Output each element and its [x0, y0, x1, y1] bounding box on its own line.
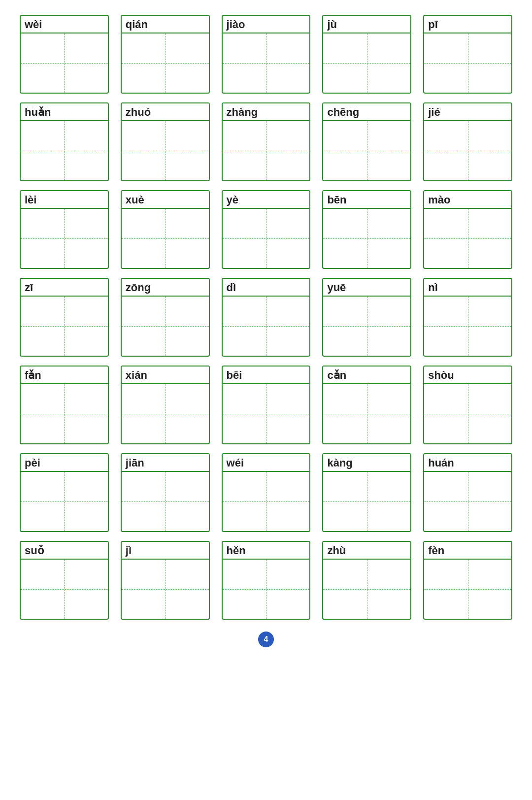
card-label-1: qián — [122, 16, 209, 33]
card-21: xián — [121, 366, 210, 444]
card-label-3: jù — [323, 16, 410, 33]
card-label-14: mào — [424, 191, 511, 209]
card-22: bēi — [222, 366, 311, 444]
card-11: xuè — [121, 190, 210, 269]
card-12: yè — [222, 190, 311, 269]
card-label-17: dì — [223, 279, 310, 297]
card-body-28 — [323, 472, 410, 531]
card-label-29: huán — [424, 454, 511, 472]
card-body-32 — [223, 560, 310, 619]
card-body-12 — [223, 209, 310, 268]
card-8: chēng — [322, 102, 411, 181]
card-body-15 — [21, 297, 108, 356]
card-31: jì — [121, 541, 210, 620]
card-body-13 — [323, 209, 410, 268]
card-body-7 — [223, 121, 310, 180]
card-body-4 — [424, 33, 511, 93]
card-14: mào — [423, 190, 512, 269]
card-6: zhuó — [121, 102, 210, 181]
card-3: jù — [322, 15, 411, 94]
card-body-29 — [424, 472, 511, 531]
card-label-7: zhàng — [223, 103, 310, 121]
card-body-14 — [424, 209, 511, 268]
card-29: huán — [423, 453, 512, 532]
card-label-31: jì — [122, 542, 209, 560]
card-body-0 — [21, 33, 108, 93]
card-label-23: cǎn — [323, 367, 410, 384]
card-2: jiào — [222, 15, 311, 94]
card-body-11 — [122, 209, 209, 268]
card-label-13: bēn — [323, 191, 410, 209]
card-label-2: jiào — [223, 16, 310, 33]
card-label-20: fǎn — [21, 367, 108, 384]
card-label-0: wèi — [21, 16, 108, 33]
card-18: yuē — [322, 278, 411, 357]
card-label-11: xuè — [122, 191, 209, 209]
card-32: hěn — [222, 541, 311, 620]
card-0: wèi — [20, 15, 109, 94]
card-body-5 — [21, 121, 108, 180]
card-body-30 — [21, 560, 108, 619]
card-body-20 — [21, 384, 108, 443]
card-body-8 — [323, 121, 410, 180]
card-label-34: fèn — [424, 542, 511, 560]
card-10: lèi — [20, 190, 109, 269]
card-label-12: yè — [223, 191, 310, 209]
card-15: zī — [20, 278, 109, 357]
card-label-28: kàng — [323, 454, 410, 472]
card-body-26 — [122, 472, 209, 531]
card-9: jié — [423, 102, 512, 181]
card-body-24 — [424, 384, 511, 443]
card-33: zhù — [322, 541, 411, 620]
card-label-22: bēi — [223, 367, 310, 384]
card-body-22 — [223, 384, 310, 443]
page-number-container: 4 — [258, 632, 274, 647]
card-19: nì — [423, 278, 512, 357]
cards-grid: wèiqiánjiàojùpīhuǎnzhuózhàngchēngjiélèix… — [20, 15, 512, 620]
card-label-15: zī — [21, 279, 108, 297]
card-label-30: suǒ — [21, 542, 108, 560]
card-body-23 — [323, 384, 410, 443]
card-body-18 — [323, 297, 410, 356]
card-body-2 — [223, 33, 310, 93]
card-label-10: lèi — [21, 191, 108, 209]
card-body-27 — [223, 472, 310, 531]
card-body-33 — [323, 560, 410, 619]
card-label-25: pèi — [21, 454, 108, 472]
card-label-32: hěn — [223, 542, 310, 560]
card-label-16: zōng — [122, 279, 209, 297]
card-label-18: yuē — [323, 279, 410, 297]
card-label-6: zhuó — [122, 103, 209, 121]
card-24: shòu — [423, 366, 512, 444]
card-body-34 — [424, 560, 511, 619]
card-16: zōng — [121, 278, 210, 357]
card-label-4: pī — [424, 16, 511, 33]
card-body-31 — [122, 560, 209, 619]
page-number: 4 — [258, 632, 274, 647]
card-23: cǎn — [322, 366, 411, 444]
card-label-26: jiān — [122, 454, 209, 472]
card-body-1 — [122, 33, 209, 93]
card-label-9: jié — [424, 103, 511, 121]
card-body-16 — [122, 297, 209, 356]
card-26: jiān — [121, 453, 210, 532]
card-7: zhàng — [222, 102, 311, 181]
card-1: qián — [121, 15, 210, 94]
card-label-8: chēng — [323, 103, 410, 121]
card-body-10 — [21, 209, 108, 268]
card-label-19: nì — [424, 279, 511, 297]
card-body-19 — [424, 297, 511, 356]
card-34: fèn — [423, 541, 512, 620]
card-label-33: zhù — [323, 542, 410, 560]
card-body-9 — [424, 121, 511, 180]
card-20: fǎn — [20, 366, 109, 444]
card-label-5: huǎn — [21, 103, 108, 121]
card-27: wéi — [222, 453, 311, 532]
card-label-21: xián — [122, 367, 209, 384]
card-label-24: shòu — [424, 367, 511, 384]
card-25: pèi — [20, 453, 109, 532]
card-5: huǎn — [20, 102, 109, 181]
card-17: dì — [222, 278, 311, 357]
card-13: bēn — [322, 190, 411, 269]
card-30: suǒ — [20, 541, 109, 620]
